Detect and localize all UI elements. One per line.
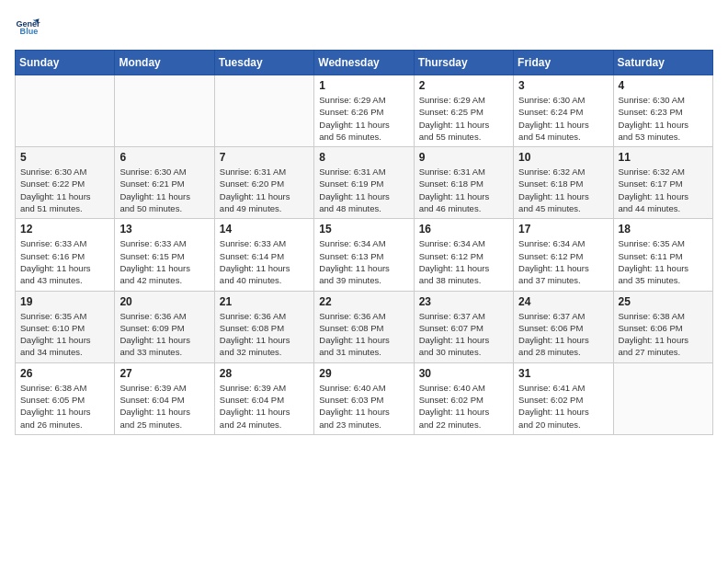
calendar-week-row: 5Sunrise: 6:30 AM Sunset: 6:22 PM Daylig…	[16, 147, 713, 219]
day-info: Sunrise: 6:31 AM Sunset: 6:19 PM Dayligh…	[319, 166, 408, 214]
calendar-cell: 3Sunrise: 6:30 AM Sunset: 6:24 PM Daylig…	[514, 75, 613, 147]
calendar-cell: 10Sunrise: 6:32 AM Sunset: 6:18 PM Dayli…	[514, 147, 613, 219]
calendar-cell: 26Sunrise: 6:38 AM Sunset: 6:05 PM Dayli…	[16, 362, 115, 434]
calendar-cell: 30Sunrise: 6:40 AM Sunset: 6:02 PM Dayli…	[414, 362, 513, 434]
day-info: Sunrise: 6:30 AM Sunset: 6:23 PM Dayligh…	[619, 94, 708, 143]
calendar-cell	[115, 75, 214, 147]
day-number: 29	[319, 367, 408, 380]
day-number: 24	[518, 295, 608, 308]
calendar-cell: 24Sunrise: 6:37 AM Sunset: 6:06 PM Dayli…	[514, 291, 613, 362]
calendar-cell	[613, 362, 712, 434]
day-number: 31	[518, 367, 608, 380]
day-number: 4	[619, 79, 708, 92]
day-info: Sunrise: 6:30 AM Sunset: 6:21 PM Dayligh…	[119, 166, 209, 214]
day-info: Sunrise: 6:34 AM Sunset: 6:12 PM Dayligh…	[419, 237, 508, 286]
day-info: Sunrise: 6:36 AM Sunset: 6:08 PM Dayligh…	[220, 310, 309, 359]
logo-icon: General Blue	[15, 15, 40, 40]
day-info: Sunrise: 6:34 AM Sunset: 6:13 PM Dayligh…	[319, 237, 408, 286]
calendar-cell: 6Sunrise: 6:30 AM Sunset: 6:21 PM Daylig…	[115, 147, 214, 219]
calendar-cell: 19Sunrise: 6:35 AM Sunset: 6:10 PM Dayli…	[16, 291, 115, 362]
weekday-header: Tuesday	[214, 51, 313, 75]
day-number: 17	[518, 223, 608, 236]
calendar-week-row: 12Sunrise: 6:33 AM Sunset: 6:16 PM Dayli…	[16, 219, 713, 291]
day-number: 16	[419, 223, 508, 236]
weekday-header: Sunday	[16, 51, 115, 75]
calendar-cell: 18Sunrise: 6:35 AM Sunset: 6:11 PM Dayli…	[613, 219, 712, 291]
day-number: 19	[20, 295, 109, 308]
calendar-cell: 20Sunrise: 6:36 AM Sunset: 6:09 PM Dayli…	[115, 291, 214, 362]
day-info: Sunrise: 6:29 AM Sunset: 6:26 PM Dayligh…	[319, 94, 408, 143]
calendar-cell	[214, 75, 313, 147]
calendar-cell	[16, 75, 115, 147]
day-number: 9	[419, 151, 508, 164]
day-info: Sunrise: 6:36 AM Sunset: 6:09 PM Dayligh…	[119, 310, 209, 359]
calendar-cell: 25Sunrise: 6:38 AM Sunset: 6:06 PM Dayli…	[613, 291, 712, 362]
day-info: Sunrise: 6:33 AM Sunset: 6:14 PM Dayligh…	[220, 237, 309, 286]
day-info: Sunrise: 6:33 AM Sunset: 6:16 PM Dayligh…	[20, 237, 109, 286]
day-number: 13	[119, 223, 209, 236]
day-number: 10	[518, 151, 608, 164]
weekday-header: Thursday	[414, 51, 513, 75]
calendar-cell: 23Sunrise: 6:37 AM Sunset: 6:07 PM Dayli…	[414, 291, 513, 362]
weekday-header: Friday	[514, 51, 613, 75]
day-info: Sunrise: 6:39 AM Sunset: 6:04 PM Dayligh…	[119, 382, 209, 431]
weekday-header: Monday	[115, 51, 214, 75]
day-number: 20	[119, 295, 209, 308]
calendar-week-row: 19Sunrise: 6:35 AM Sunset: 6:10 PM Dayli…	[16, 291, 713, 362]
calendar-cell: 22Sunrise: 6:36 AM Sunset: 6:08 PM Dayli…	[314, 291, 414, 362]
day-info: Sunrise: 6:31 AM Sunset: 6:18 PM Dayligh…	[419, 166, 508, 214]
day-info: Sunrise: 6:30 AM Sunset: 6:24 PM Dayligh…	[518, 94, 608, 143]
day-number: 18	[619, 223, 708, 236]
day-info: Sunrise: 6:34 AM Sunset: 6:12 PM Dayligh…	[518, 237, 608, 286]
day-number: 12	[20, 223, 109, 236]
calendar-cell: 15Sunrise: 6:34 AM Sunset: 6:13 PM Dayli…	[314, 219, 414, 291]
day-number: 3	[518, 79, 608, 92]
day-number: 7	[220, 151, 309, 164]
calendar-week-row: 1Sunrise: 6:29 AM Sunset: 6:26 PM Daylig…	[16, 75, 713, 147]
day-info: Sunrise: 6:35 AM Sunset: 6:11 PM Dayligh…	[619, 237, 708, 286]
weekday-header: Saturday	[613, 51, 712, 75]
calendar-cell: 21Sunrise: 6:36 AM Sunset: 6:08 PM Dayli…	[214, 291, 313, 362]
day-info: Sunrise: 6:32 AM Sunset: 6:18 PM Dayligh…	[518, 166, 608, 214]
day-number: 26	[20, 367, 109, 380]
calendar-cell: 17Sunrise: 6:34 AM Sunset: 6:12 PM Dayli…	[514, 219, 613, 291]
day-number: 8	[319, 151, 408, 164]
day-info: Sunrise: 6:36 AM Sunset: 6:08 PM Dayligh…	[319, 310, 408, 359]
day-info: Sunrise: 6:38 AM Sunset: 6:05 PM Dayligh…	[20, 382, 109, 431]
calendar-cell: 31Sunrise: 6:41 AM Sunset: 6:02 PM Dayli…	[514, 362, 613, 434]
day-number: 25	[619, 295, 708, 308]
page-header: General Blue	[15, 15, 713, 40]
calendar-week-row: 26Sunrise: 6:38 AM Sunset: 6:05 PM Dayli…	[16, 362, 713, 434]
calendar-cell: 9Sunrise: 6:31 AM Sunset: 6:18 PM Daylig…	[414, 147, 513, 219]
day-number: 28	[220, 367, 309, 380]
day-number: 2	[419, 79, 508, 92]
day-number: 23	[419, 295, 508, 308]
calendar-cell: 11Sunrise: 6:32 AM Sunset: 6:17 PM Dayli…	[613, 147, 712, 219]
calendar-table: SundayMondayTuesdayWednesdayThursdayFrid…	[15, 50, 713, 435]
day-info: Sunrise: 6:32 AM Sunset: 6:17 PM Dayligh…	[619, 166, 708, 214]
day-number: 11	[619, 151, 708, 164]
calendar-cell: 16Sunrise: 6:34 AM Sunset: 6:12 PM Dayli…	[414, 219, 513, 291]
day-info: Sunrise: 6:35 AM Sunset: 6:10 PM Dayligh…	[20, 310, 109, 359]
day-info: Sunrise: 6:40 AM Sunset: 6:03 PM Dayligh…	[319, 382, 408, 431]
calendar-header-row: SundayMondayTuesdayWednesdayThursdayFrid…	[16, 51, 713, 75]
day-number: 27	[119, 367, 209, 380]
svg-text:Blue: Blue	[20, 27, 39, 36]
logo: General Blue	[15, 15, 44, 40]
calendar-cell: 5Sunrise: 6:30 AM Sunset: 6:22 PM Daylig…	[16, 147, 115, 219]
day-info: Sunrise: 6:38 AM Sunset: 6:06 PM Dayligh…	[619, 310, 708, 359]
calendar-cell: 12Sunrise: 6:33 AM Sunset: 6:16 PM Dayli…	[16, 219, 115, 291]
day-info: Sunrise: 6:41 AM Sunset: 6:02 PM Dayligh…	[518, 382, 608, 431]
day-info: Sunrise: 6:37 AM Sunset: 6:06 PM Dayligh…	[518, 310, 608, 359]
day-number: 14	[220, 223, 309, 236]
calendar-cell: 2Sunrise: 6:29 AM Sunset: 6:25 PM Daylig…	[414, 75, 513, 147]
day-number: 22	[319, 295, 408, 308]
day-info: Sunrise: 6:30 AM Sunset: 6:22 PM Dayligh…	[20, 166, 109, 214]
day-info: Sunrise: 6:33 AM Sunset: 6:15 PM Dayligh…	[119, 237, 209, 286]
calendar-cell: 4Sunrise: 6:30 AM Sunset: 6:23 PM Daylig…	[613, 75, 712, 147]
day-number: 15	[319, 223, 408, 236]
day-number: 5	[20, 151, 109, 164]
day-number: 1	[319, 79, 408, 92]
calendar-cell: 1Sunrise: 6:29 AM Sunset: 6:26 PM Daylig…	[314, 75, 414, 147]
day-number: 21	[220, 295, 309, 308]
